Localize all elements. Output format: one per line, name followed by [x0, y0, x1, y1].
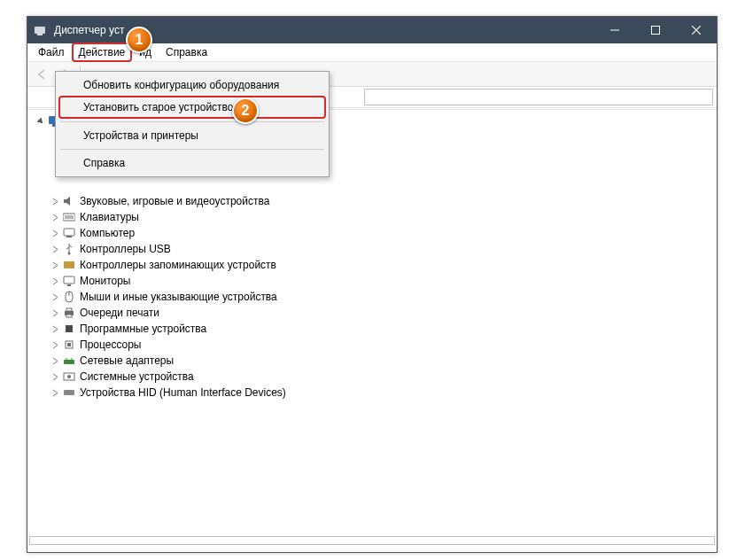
menu-action[interactable]: Действие	[72, 43, 133, 62]
tree-node[interactable]: Устройства HID (Human Interface Devices)	[49, 385, 717, 401]
tree-node[interactable]: Контроллеры запоминающих устройств	[49, 257, 717, 273]
tree-node-label: Клавиатуры	[80, 211, 139, 223]
svg-rect-15	[64, 276, 74, 284]
tree-node-label: Очереди печати	[80, 307, 159, 319]
expander-icon[interactable]	[49, 211, 61, 223]
expander-icon[interactable]	[49, 291, 61, 303]
menu-devices-printers[interactable]: Устройства и принтеры	[58, 125, 326, 146]
status-strip	[29, 536, 715, 545]
back-button[interactable]	[31, 64, 54, 85]
maximize-button[interactable]	[635, 17, 676, 43]
window-title: Диспетчер уст	[54, 24, 124, 36]
expander-icon[interactable]	[49, 259, 61, 271]
expander-icon[interactable]	[49, 370, 61, 383]
expander-icon[interactable]	[49, 323, 61, 335]
cpu-icon	[62, 338, 76, 352]
computer-node-icon	[62, 226, 76, 240]
keyboard-icon	[62, 210, 76, 224]
expander-icon[interactable]	[49, 243, 61, 255]
callout-badge-1: 1	[126, 27, 152, 53]
address-box[interactable]	[364, 89, 713, 105]
window-controls	[594, 17, 717, 43]
menu-separator	[60, 149, 324, 150]
tree-node[interactable]: Компьютер	[49, 225, 717, 241]
tree-node[interactable]: Мыши и иные указывающие устройства	[49, 289, 717, 305]
sound-icon	[62, 194, 76, 208]
tree-node-label: Контроллеры запоминающих устройств	[80, 259, 276, 271]
close-button[interactable]	[676, 17, 717, 43]
tree-node-label: Системные устройства	[80, 370, 194, 383]
action-dropdown: Обновить конфигурацию оборудования Устан…	[55, 71, 330, 177]
svg-rect-25	[64, 360, 74, 364]
expander-icon[interactable]	[49, 354, 61, 367]
menu-file[interactable]: Файл	[31, 43, 72, 61]
tree-node-label: Сетевые адаптеры	[80, 354, 174, 367]
tree-node[interactable]: Мониторы	[49, 273, 717, 289]
tree-node-label: Устройства HID (Human Interface Devices)	[80, 386, 286, 399]
expander-icon[interactable]	[49, 386, 61, 399]
tree-node[interactable]: Контроллеры USB	[49, 241, 717, 257]
svg-rect-1	[37, 34, 43, 35]
svg-rect-20	[66, 308, 72, 311]
svg-rect-22	[66, 325, 73, 332]
tree-node-label: Компьютер	[80, 227, 135, 239]
tree-node[interactable]: Программные устройства	[49, 321, 717, 337]
svg-rect-11	[64, 229, 74, 236]
svg-rect-12	[66, 236, 72, 237]
svg-point-13	[68, 253, 71, 255]
usb-icon	[62, 242, 76, 256]
expander-icon[interactable]	[49, 227, 61, 239]
menu-help[interactable]: Справка	[58, 152, 326, 174]
software-device-icon	[62, 322, 76, 336]
tree-node-label: Звуковые, игровые и видеоустройства	[80, 195, 269, 207]
printer-icon	[62, 306, 76, 320]
svg-rect-24	[67, 343, 71, 346]
svg-rect-0	[35, 27, 45, 34]
menu-separator	[60, 121, 324, 122]
tree-node[interactable]: Системные устройства	[49, 369, 717, 385]
tree-node[interactable]: Очереди печати	[49, 305, 717, 321]
svg-rect-14	[64, 261, 74, 268]
storage-icon	[62, 258, 76, 272]
svg-rect-8	[63, 214, 75, 221]
tree-node-label: Мониторы	[80, 275, 130, 287]
svg-rect-30	[64, 390, 74, 395]
menu-refresh-hardware[interactable]: Обновить конфигурацию оборудования	[58, 74, 326, 96]
tree-node-label: Мыши и иные указывающие устройства	[80, 291, 277, 303]
monitor-icon	[62, 274, 76, 288]
expander-icon[interactable]	[49, 338, 61, 351]
expander-icon[interactable]	[49, 195, 61, 207]
app-icon	[33, 23, 47, 37]
svg-point-29	[67, 375, 71, 378]
system-device-icon	[62, 369, 76, 384]
minimize-button[interactable]	[594, 17, 635, 43]
tree-node-label: Контроллеры USB	[80, 243, 171, 255]
network-icon	[62, 354, 76, 368]
callout-badge-2: 2	[232, 97, 259, 124]
menu-help[interactable]: Справка	[159, 43, 214, 61]
tree-node-label: Процессоры	[80, 338, 142, 351]
tree-node[interactable]: Звуковые, игровые и видеоустройства	[49, 193, 717, 209]
svg-rect-3	[652, 27, 660, 35]
tree-node[interactable]: Сетевые адаптеры	[49, 353, 717, 369]
expander-icon[interactable]	[49, 275, 61, 287]
tree-node[interactable]: Клавиатуры	[49, 209, 717, 225]
mouse-icon	[62, 290, 76, 304]
menu-add-legacy-hardware[interactable]: Установить старое устройство	[58, 96, 326, 119]
tree-node-label: Программные устройства	[80, 323, 206, 335]
hid-icon	[62, 385, 76, 400]
expander-icon[interactable]	[49, 307, 61, 319]
expander-icon[interactable]	[35, 115, 47, 128]
svg-rect-21	[66, 315, 72, 317]
tree-node[interactable]: Процессоры	[49, 337, 717, 353]
